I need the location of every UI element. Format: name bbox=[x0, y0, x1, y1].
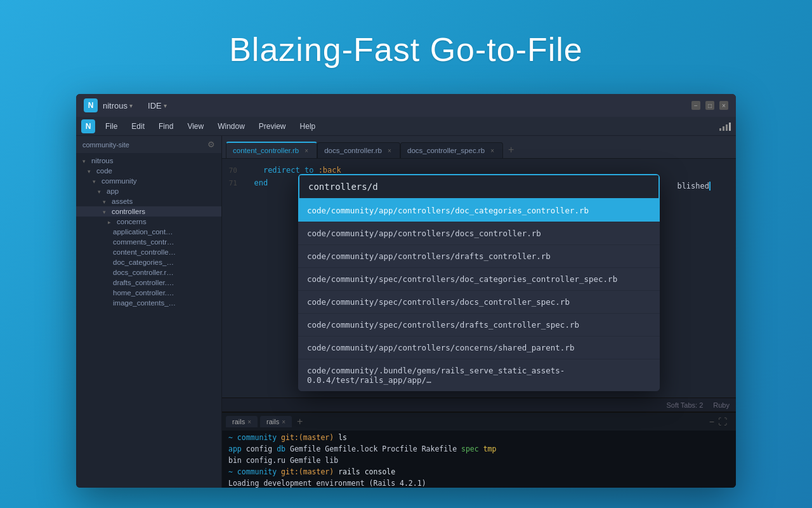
tree-item-controllers[interactable]: ▾controllers bbox=[76, 206, 221, 217]
title-bar: N nitrous ▾ IDE ▾ − □ × bbox=[76, 94, 736, 117]
tree-item-content-controller[interactable]: content_controlle… bbox=[76, 247, 221, 257]
tree-item-image-contents[interactable]: image_contents_… bbox=[76, 298, 221, 308]
app-name: nitrous ▾ bbox=[103, 101, 133, 110]
minimize-button[interactable]: − bbox=[691, 101, 700, 110]
window-controls: − □ × bbox=[691, 101, 728, 110]
ide-label: IDE ▾ bbox=[148, 101, 167, 110]
sidebar-path: community-site bbox=[82, 141, 129, 149]
tree-item-drafts-controller[interactable]: drafts_controller.… bbox=[76, 277, 221, 288]
close-button[interactable]: × bbox=[719, 101, 728, 110]
tree-item-docs-controller[interactable]: docs_controller.r… bbox=[76, 267, 221, 277]
tree-item-application-cont[interactable]: application_cont… bbox=[76, 227, 221, 237]
result-item-0[interactable]: code/community/app/controllers/doc_categ… bbox=[298, 199, 660, 222]
menu-window[interactable]: Window bbox=[211, 119, 251, 133]
tree-item-home-controller[interactable]: home_controller.… bbox=[76, 288, 221, 298]
result-item-2[interactable]: code/community/app/controllers/drafts_co… bbox=[298, 245, 660, 268]
page-title: Blazing-Fast Go-to-File bbox=[229, 30, 583, 69]
menu-bar: N File Edit Find View Window Preview Hel… bbox=[76, 117, 736, 136]
editor-area: content_controller.rb × docs_controller.… bbox=[222, 136, 736, 488]
tree-item-concerns[interactable]: ▸concerns bbox=[76, 217, 221, 227]
tree-item-community[interactable]: ▾community bbox=[76, 176, 221, 186]
ide-main: community-site ⚙ ▾nitrous ▾code bbox=[76, 136, 736, 488]
goto-file-input[interactable] bbox=[298, 174, 660, 199]
result-item-5[interactable]: code/community/spec/controllers/drafts_c… bbox=[298, 314, 660, 337]
menu-find[interactable]: Find bbox=[152, 119, 180, 133]
menu-help[interactable]: Help bbox=[294, 119, 322, 133]
menu-view[interactable]: View bbox=[181, 119, 210, 133]
result-item-6[interactable]: code/community/app/controllers/concerns/… bbox=[298, 337, 660, 359]
sidebar-header: community-site ⚙ bbox=[76, 136, 221, 153]
ide-chevron-icon: ▾ bbox=[164, 102, 167, 109]
result-item-7[interactable]: code/community/.bundle/gems/rails_serve_… bbox=[298, 359, 660, 391]
modal-overlay: code/community/app/controllers/doc_categ… bbox=[222, 136, 736, 488]
file-tree: ▾nitrous ▾code ▾community bbox=[76, 153, 221, 488]
menu-preview[interactable]: Preview bbox=[252, 119, 292, 133]
tree-item-code[interactable]: ▾code bbox=[76, 166, 221, 176]
menu-logo: N bbox=[81, 119, 95, 133]
maximize-button[interactable]: □ bbox=[705, 101, 714, 110]
signal-icon bbox=[719, 122, 731, 131]
tree-item-assets[interactable]: ▾assets bbox=[76, 196, 221, 206]
gear-icon[interactable]: ⚙ bbox=[207, 140, 215, 149]
tree-item-doc-categories[interactable]: doc_categories_… bbox=[76, 257, 221, 267]
search-results: code/community/app/controllers/doc_categ… bbox=[298, 199, 660, 391]
tree-item-nitrous[interactable]: ▾nitrous bbox=[76, 156, 221, 166]
sidebar: community-site ⚙ ▾nitrous ▾code bbox=[76, 136, 222, 488]
nitrous-logo: N bbox=[84, 98, 98, 112]
tree-item-app[interactable]: ▾app bbox=[76, 186, 221, 196]
result-item-1[interactable]: code/community/app/controllers/docs_cont… bbox=[298, 222, 660, 245]
menu-edit[interactable]: Edit bbox=[125, 119, 151, 133]
result-item-3[interactable]: code/community/spec/controllers/doc_cate… bbox=[298, 268, 660, 291]
ide-window: N nitrous ▾ IDE ▾ − □ × N File Edit Find… bbox=[76, 94, 736, 488]
result-item-4[interactable]: code/community/spec/controllers/docs_con… bbox=[298, 291, 660, 314]
menu-file[interactable]: File bbox=[99, 119, 124, 133]
tree-item-comments-contr[interactable]: comments_contr… bbox=[76, 237, 221, 247]
goto-file-modal: code/community/app/controllers/doc_categ… bbox=[298, 174, 660, 391]
app-chevron-icon: ▾ bbox=[129, 102, 133, 109]
